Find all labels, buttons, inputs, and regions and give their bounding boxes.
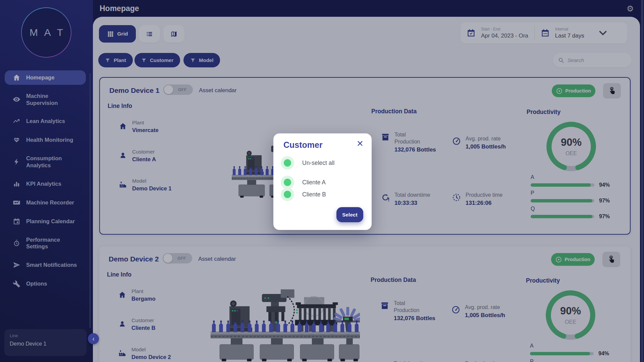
radio-selected-icon[interactable]	[281, 188, 294, 201]
radio-selected-icon[interactable]	[281, 156, 294, 170]
option-unselect-all[interactable]: Un-select all	[281, 156, 334, 170]
option-cliente-b[interactable]: Cliente B	[281, 188, 326, 201]
option-cliente-a[interactable]: Cliente A	[281, 176, 326, 189]
select-button[interactable]: Select	[336, 207, 363, 222]
customer-filter-modal: Customer ✕ Un-select all Cliente A Clien…	[273, 133, 372, 230]
radio-selected-icon[interactable]	[281, 176, 294, 189]
close-icon[interactable]: ✕	[357, 139, 364, 148]
modal-title: Customer	[283, 140, 323, 150]
